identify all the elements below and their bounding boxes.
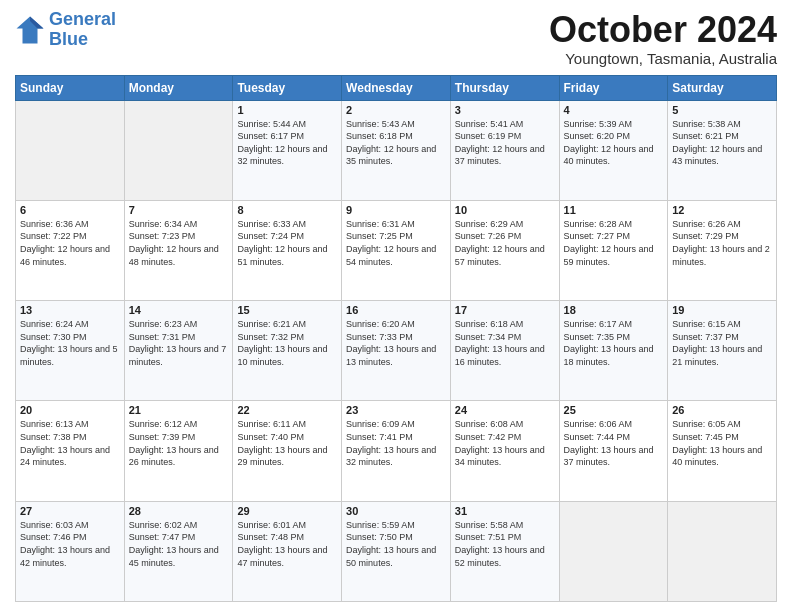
- day-number: 1: [237, 104, 337, 116]
- day-info: Sunrise: 6:01 AM Sunset: 7:48 PM Dayligh…: [237, 519, 337, 569]
- day-number: 10: [455, 204, 555, 216]
- day-number: 6: [20, 204, 120, 216]
- day-info: Sunrise: 6:18 AM Sunset: 7:34 PM Dayligh…: [455, 318, 555, 368]
- day-info: Sunrise: 6:31 AM Sunset: 7:25 PM Dayligh…: [346, 218, 446, 268]
- day-info: Sunrise: 6:33 AM Sunset: 7:24 PM Dayligh…: [237, 218, 337, 268]
- day-cell: 16Sunrise: 6:20 AM Sunset: 7:33 PM Dayli…: [342, 301, 451, 401]
- week-row-4: 20Sunrise: 6:13 AM Sunset: 7:38 PM Dayli…: [16, 401, 777, 501]
- day-number: 11: [564, 204, 664, 216]
- day-cell: 7Sunrise: 6:34 AM Sunset: 7:23 PM Daylig…: [124, 200, 233, 300]
- day-number: 30: [346, 505, 446, 517]
- day-cell: 17Sunrise: 6:18 AM Sunset: 7:34 PM Dayli…: [450, 301, 559, 401]
- day-info: Sunrise: 6:26 AM Sunset: 7:29 PM Dayligh…: [672, 218, 772, 268]
- logo-text: General Blue: [49, 10, 116, 50]
- title-block: October 2024 Youngtown, Tasmania, Austra…: [549, 10, 777, 67]
- day-cell: 25Sunrise: 6:06 AM Sunset: 7:44 PM Dayli…: [559, 401, 668, 501]
- day-cell: 13Sunrise: 6:24 AM Sunset: 7:30 PM Dayli…: [16, 301, 125, 401]
- day-cell: 30Sunrise: 5:59 AM Sunset: 7:50 PM Dayli…: [342, 501, 451, 601]
- day-cell: 10Sunrise: 6:29 AM Sunset: 7:26 PM Dayli…: [450, 200, 559, 300]
- day-number: 15: [237, 304, 337, 316]
- day-cell: 19Sunrise: 6:15 AM Sunset: 7:37 PM Dayli…: [668, 301, 777, 401]
- day-info: Sunrise: 6:34 AM Sunset: 7:23 PM Dayligh…: [129, 218, 229, 268]
- day-info: Sunrise: 6:08 AM Sunset: 7:42 PM Dayligh…: [455, 418, 555, 468]
- day-info: Sunrise: 5:38 AM Sunset: 6:21 PM Dayligh…: [672, 118, 772, 168]
- day-info: Sunrise: 5:43 AM Sunset: 6:18 PM Dayligh…: [346, 118, 446, 168]
- day-info: Sunrise: 6:17 AM Sunset: 7:35 PM Dayligh…: [564, 318, 664, 368]
- day-cell: 2Sunrise: 5:43 AM Sunset: 6:18 PM Daylig…: [342, 100, 451, 200]
- day-number: 14: [129, 304, 229, 316]
- day-header-sunday: Sunday: [16, 75, 125, 100]
- page: General Blue October 2024 Youngtown, Tas…: [0, 0, 792, 612]
- day-cell: 1Sunrise: 5:44 AM Sunset: 6:17 PM Daylig…: [233, 100, 342, 200]
- day-number: 26: [672, 404, 772, 416]
- day-info: Sunrise: 6:23 AM Sunset: 7:31 PM Dayligh…: [129, 318, 229, 368]
- day-info: Sunrise: 5:59 AM Sunset: 7:50 PM Dayligh…: [346, 519, 446, 569]
- day-info: Sunrise: 5:39 AM Sunset: 6:20 PM Dayligh…: [564, 118, 664, 168]
- day-info: Sunrise: 6:24 AM Sunset: 7:30 PM Dayligh…: [20, 318, 120, 368]
- week-row-3: 13Sunrise: 6:24 AM Sunset: 7:30 PM Dayli…: [16, 301, 777, 401]
- day-cell: 31Sunrise: 5:58 AM Sunset: 7:51 PM Dayli…: [450, 501, 559, 601]
- day-cell: [124, 100, 233, 200]
- location: Youngtown, Tasmania, Australia: [549, 50, 777, 67]
- day-number: 2: [346, 104, 446, 116]
- day-number: 25: [564, 404, 664, 416]
- day-number: 24: [455, 404, 555, 416]
- day-info: Sunrise: 6:20 AM Sunset: 7:33 PM Dayligh…: [346, 318, 446, 368]
- day-cell: 14Sunrise: 6:23 AM Sunset: 7:31 PM Dayli…: [124, 301, 233, 401]
- day-cell: [668, 501, 777, 601]
- day-cell: [16, 100, 125, 200]
- day-number: 8: [237, 204, 337, 216]
- day-cell: 5Sunrise: 5:38 AM Sunset: 6:21 PM Daylig…: [668, 100, 777, 200]
- day-number: 21: [129, 404, 229, 416]
- day-header-thursday: Thursday: [450, 75, 559, 100]
- logo-icon: [15, 15, 45, 45]
- day-number: 9: [346, 204, 446, 216]
- day-info: Sunrise: 6:12 AM Sunset: 7:39 PM Dayligh…: [129, 418, 229, 468]
- day-number: 3: [455, 104, 555, 116]
- day-info: Sunrise: 6:15 AM Sunset: 7:37 PM Dayligh…: [672, 318, 772, 368]
- month-title: October 2024: [549, 10, 777, 50]
- day-info: Sunrise: 6:29 AM Sunset: 7:26 PM Dayligh…: [455, 218, 555, 268]
- day-info: Sunrise: 6:13 AM Sunset: 7:38 PM Dayligh…: [20, 418, 120, 468]
- day-number: 12: [672, 204, 772, 216]
- day-info: Sunrise: 6:03 AM Sunset: 7:46 PM Dayligh…: [20, 519, 120, 569]
- day-info: Sunrise: 6:05 AM Sunset: 7:45 PM Dayligh…: [672, 418, 772, 468]
- day-header-saturday: Saturday: [668, 75, 777, 100]
- day-number: 19: [672, 304, 772, 316]
- day-cell: 26Sunrise: 6:05 AM Sunset: 7:45 PM Dayli…: [668, 401, 777, 501]
- day-number: 27: [20, 505, 120, 517]
- day-info: Sunrise: 6:02 AM Sunset: 7:47 PM Dayligh…: [129, 519, 229, 569]
- day-number: 18: [564, 304, 664, 316]
- day-cell: 15Sunrise: 6:21 AM Sunset: 7:32 PM Dayli…: [233, 301, 342, 401]
- day-cell: [559, 501, 668, 601]
- day-cell: 4Sunrise: 5:39 AM Sunset: 6:20 PM Daylig…: [559, 100, 668, 200]
- day-number: 13: [20, 304, 120, 316]
- day-number: 31: [455, 505, 555, 517]
- day-info: Sunrise: 6:36 AM Sunset: 7:22 PM Dayligh…: [20, 218, 120, 268]
- calendar-table: SundayMondayTuesdayWednesdayThursdayFrid…: [15, 75, 777, 602]
- day-info: Sunrise: 6:09 AM Sunset: 7:41 PM Dayligh…: [346, 418, 446, 468]
- calendar-header-row: SundayMondayTuesdayWednesdayThursdayFrid…: [16, 75, 777, 100]
- day-number: 16: [346, 304, 446, 316]
- header: General Blue October 2024 Youngtown, Tas…: [15, 10, 777, 67]
- week-row-2: 6Sunrise: 6:36 AM Sunset: 7:22 PM Daylig…: [16, 200, 777, 300]
- day-info: Sunrise: 5:44 AM Sunset: 6:17 PM Dayligh…: [237, 118, 337, 168]
- day-info: Sunrise: 6:28 AM Sunset: 7:27 PM Dayligh…: [564, 218, 664, 268]
- day-cell: 27Sunrise: 6:03 AM Sunset: 7:46 PM Dayli…: [16, 501, 125, 601]
- day-info: Sunrise: 6:06 AM Sunset: 7:44 PM Dayligh…: [564, 418, 664, 468]
- day-cell: 29Sunrise: 6:01 AM Sunset: 7:48 PM Dayli…: [233, 501, 342, 601]
- day-cell: 23Sunrise: 6:09 AM Sunset: 7:41 PM Dayli…: [342, 401, 451, 501]
- day-cell: 18Sunrise: 6:17 AM Sunset: 7:35 PM Dayli…: [559, 301, 668, 401]
- day-number: 17: [455, 304, 555, 316]
- day-header-wednesday: Wednesday: [342, 75, 451, 100]
- day-number: 5: [672, 104, 772, 116]
- day-header-monday: Monday: [124, 75, 233, 100]
- day-info: Sunrise: 5:58 AM Sunset: 7:51 PM Dayligh…: [455, 519, 555, 569]
- day-cell: 20Sunrise: 6:13 AM Sunset: 7:38 PM Dayli…: [16, 401, 125, 501]
- day-header-tuesday: Tuesday: [233, 75, 342, 100]
- day-cell: 6Sunrise: 6:36 AM Sunset: 7:22 PM Daylig…: [16, 200, 125, 300]
- day-cell: 12Sunrise: 6:26 AM Sunset: 7:29 PM Dayli…: [668, 200, 777, 300]
- day-cell: 28Sunrise: 6:02 AM Sunset: 7:47 PM Dayli…: [124, 501, 233, 601]
- day-number: 4: [564, 104, 664, 116]
- day-cell: 9Sunrise: 6:31 AM Sunset: 7:25 PM Daylig…: [342, 200, 451, 300]
